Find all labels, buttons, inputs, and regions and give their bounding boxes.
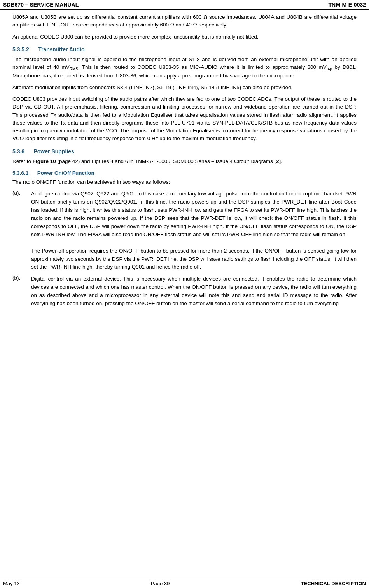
header-title-left: SDB670 – SERVICE MANUAL [3,2,79,8]
page-content: U805A and U805B are set up as differenti… [0,10,369,579]
page-footer: May 13 Page 39 TECHNICAL DESCRIPTION [0,579,369,588]
section-532-heading: 5.3.5.2 Transmitter Audio [12,46,357,53]
section-5361-heading: 5.3.6.1 Power On/Off Function [12,170,357,176]
list-item-a: (a). Analogue control via Q902, Q922 and… [12,190,357,271]
page-header: SDB670 – SERVICE MANUAL TNM-M-E-0032 [0,0,369,10]
section536-para1: Refer to Figure 10 (page 42) and Figures… [12,158,357,165]
page-container: SDB670 – SERVICE MANUAL TNM-M-E-0032 U80… [0,0,369,588]
intro-para2: An optional CODEC U800 can be provided t… [12,33,357,41]
header-title-right: TNM-M-E-0032 [329,2,366,8]
section532-para2: Alternate modulation inputs from connect… [12,84,357,91]
list-label-a: (a). [12,190,31,271]
list-item-b: (b). Digital control via an external dev… [12,275,357,308]
footer-date: May 13 [3,581,20,586]
list-label-b: (b). [12,275,31,308]
section-536-heading: 5.3.6 Power Supplies [12,148,357,154]
footer-page: Page 39 [151,581,170,586]
intro-para1: U805A and U805B are set up as differenti… [12,13,357,29]
list-content-a: Analogue control via Q902, Q922 and Q901… [31,190,357,271]
list-content-b: Digital control via an external device. … [31,275,357,308]
footer-description: TECHNICAL DESCRIPTION [301,581,366,586]
section532-para1: The microphone audio input signal is app… [12,56,357,80]
section532-para3: CODEC U803 provides input switching of t… [12,95,357,143]
section5361-para1: The radio ON/OFF function can be achieve… [12,178,357,186]
